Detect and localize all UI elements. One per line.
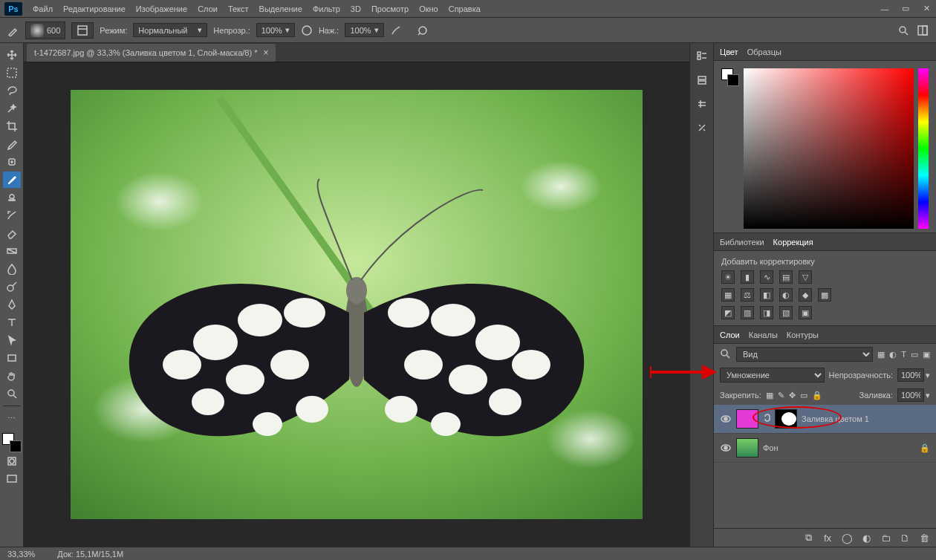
search-icon[interactable]: [897, 25, 909, 36]
layer-filter-select[interactable]: Вид: [736, 347, 873, 362]
menu-filter[interactable]: Фильтр: [313, 4, 340, 13]
photofilter-adjust-icon[interactable]: ◐: [779, 288, 793, 302]
dodge-tool[interactable]: [3, 279, 21, 295]
threshold-adjust-icon[interactable]: ◨: [760, 306, 773, 319]
crop-tool[interactable]: [3, 118, 21, 134]
fx-icon[interactable]: fx: [822, 532, 833, 544]
tab-libraries[interactable]: Библиотеки: [720, 238, 764, 247]
workspace-icon[interactable]: [917, 25, 929, 36]
menu-edit[interactable]: Редактирование: [63, 4, 126, 13]
tab-paths[interactable]: Контуры: [787, 331, 819, 339]
eyedropper-tool[interactable]: [3, 136, 21, 152]
layer-opacity-input[interactable]: [897, 368, 924, 382]
rectangle-tool[interactable]: [3, 350, 21, 366]
link-icon[interactable]: [763, 413, 770, 425]
layer-thumb[interactable]: [736, 438, 758, 458]
history-panel-icon[interactable]: [695, 49, 709, 64]
type-tool[interactable]: [3, 314, 21, 331]
blend-mode-select[interactable]: Нормальный▾: [133, 23, 207, 37]
layer-fill-thumb[interactable]: [736, 409, 758, 429]
map-adjust-icon[interactable]: ▧: [779, 306, 793, 319]
document-tab[interactable]: t-1472687.jpg @ 33,3% (Заливка цветом 1,…: [27, 44, 276, 62]
mask-icon[interactable]: ◯: [841, 532, 853, 544]
zoom-tool[interactable]: [3, 385, 21, 402]
screenmode-tool[interactable]: [3, 471, 21, 487]
filter-smart-icon[interactable]: ▣: [923, 350, 930, 359]
eraser-tool[interactable]: [3, 225, 21, 241]
invert-adjust-icon[interactable]: ◩: [721, 306, 735, 319]
stamp-tool[interactable]: [3, 189, 21, 206]
layer-blend-mode[interactable]: Умножение: [720, 368, 825, 382]
group-icon[interactable]: 🗀: [880, 532, 891, 544]
selective-adjust-icon[interactable]: ▣: [799, 306, 812, 319]
close-tab-icon[interactable]: ×: [263, 48, 268, 58]
character-panel-icon[interactable]: [695, 97, 709, 111]
blur-tool[interactable]: [3, 261, 21, 277]
menu-text[interactable]: Текст: [228, 4, 249, 13]
layer-name[interactable]: Фон: [763, 443, 779, 452]
panel-color-swatch[interactable]: [721, 68, 739, 86]
zoom-level[interactable]: 33,33%: [7, 550, 35, 559]
close-icon[interactable]: ✕: [921, 4, 932, 14]
menu-layers[interactable]: Слои: [198, 4, 218, 13]
tab-swatches[interactable]: Образцы: [747, 48, 781, 56]
marquee-tool[interactable]: [3, 65, 21, 81]
mixer-adjust-icon[interactable]: ◆: [799, 288, 812, 302]
menu-file[interactable]: Файл: [33, 4, 53, 13]
delete-layer-icon[interactable]: 🗑: [918, 532, 930, 544]
hand-tool[interactable]: [3, 368, 21, 384]
layer-name[interactable]: Заливка цветом 1: [802, 414, 869, 423]
hue-slider[interactable]: [918, 68, 929, 229]
airbrush-icon[interactable]: [390, 25, 402, 36]
layer-mask-thumb[interactable]: [775, 409, 797, 429]
layer-item[interactable]: Фон 🔒: [714, 434, 936, 463]
move-tool[interactable]: [3, 47, 21, 63]
curves-adjust-icon[interactable]: ∿: [760, 270, 773, 284]
lock-pixels-icon[interactable]: ✎: [778, 391, 784, 400]
exposure-adjust-icon[interactable]: ▤: [779, 270, 793, 284]
pressure-size-icon[interactable]: [417, 25, 429, 36]
brightness-adjust-icon[interactable]: ☀: [721, 270, 735, 284]
color-swatch[interactable]: [2, 433, 22, 452]
tab-color[interactable]: Цвет: [720, 48, 738, 56]
color-field[interactable]: [744, 68, 914, 229]
canvas[interactable]: [71, 90, 643, 519]
new-layer-icon[interactable]: 🗋: [899, 532, 911, 544]
pressure-opacity-icon[interactable]: [301, 25, 313, 36]
menu-image[interactable]: Изображение: [136, 4, 187, 13]
minimize-icon[interactable]: —: [880, 4, 890, 14]
visibility-icon[interactable]: [720, 413, 732, 425]
quickmask-tool[interactable]: [3, 453, 21, 469]
tools-panel-icon[interactable]: [695, 120, 709, 135]
edit-toolbar[interactable]: ⋯: [3, 410, 21, 426]
filter-shape-icon[interactable]: ▭: [911, 350, 918, 359]
link-layers-icon[interactable]: ⧉: [802, 532, 814, 544]
lasso-tool[interactable]: [3, 82, 21, 99]
lookup-adjust-icon[interactable]: ▩: [818, 288, 831, 302]
vibrance-adjust-icon[interactable]: ▽: [799, 270, 812, 284]
tab-layers[interactable]: Слои: [720, 331, 740, 339]
lock-artboard-icon[interactable]: ▭: [800, 391, 807, 400]
levels-adjust-icon[interactable]: ▮: [741, 270, 754, 284]
menu-help[interactable]: Справка: [449, 4, 481, 13]
brush-preset-picker[interactable]: 600: [25, 22, 65, 39]
layer-item[interactable]: Заливка цветом 1: [714, 405, 936, 434]
wand-tool[interactable]: [3, 100, 21, 117]
lock-transparency-icon[interactable]: ▦: [766, 391, 773, 400]
search-icon[interactable]: [720, 348, 732, 360]
flow-input[interactable]: 100%▾: [345, 23, 383, 37]
lock-position-icon[interactable]: ✥: [789, 391, 796, 400]
opacity-input[interactable]: 100%▾: [256, 23, 295, 37]
pen-tool[interactable]: [3, 296, 21, 313]
gradient-tool[interactable]: [3, 243, 21, 259]
posterize-adjust-icon[interactable]: ▥: [741, 306, 754, 319]
heal-tool[interactable]: [3, 154, 21, 170]
menu-3d[interactable]: 3D: [351, 4, 361, 13]
canvas-area[interactable]: [24, 62, 689, 547]
brush-panel-toggle[interactable]: [71, 22, 94, 39]
visibility-icon[interactable]: [720, 442, 732, 454]
lock-all-icon[interactable]: 🔒: [812, 391, 822, 400]
bw-adjust-icon[interactable]: ◧: [760, 288, 773, 302]
adjustment-layer-icon[interactable]: ◐: [860, 532, 872, 544]
brush-tool[interactable]: [3, 172, 21, 188]
